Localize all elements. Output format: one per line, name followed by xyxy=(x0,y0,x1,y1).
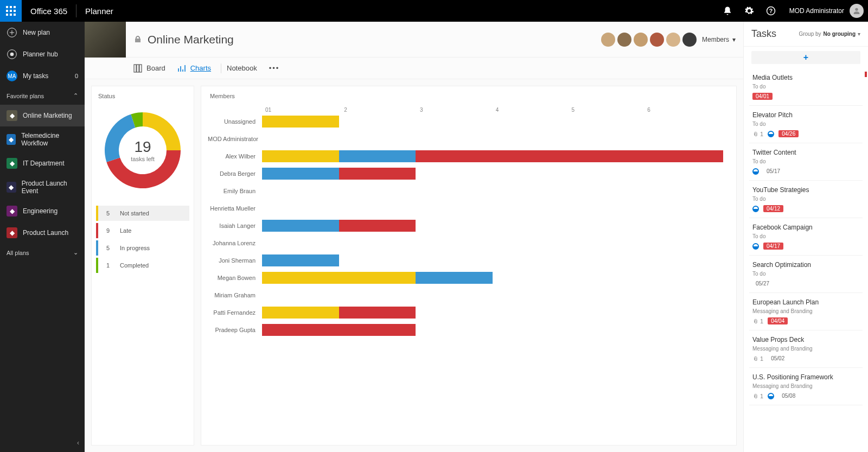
task-card[interactable]: Twitter ContentTo do05/17 xyxy=(749,143,863,181)
settings-button[interactable] xyxy=(738,0,760,22)
legend-row-late[interactable]: 9Late xyxy=(96,223,189,238)
bar[interactable] xyxy=(262,150,723,162)
my-tasks-button[interactable]: MA My tasks 0 xyxy=(0,65,85,87)
task-card[interactable]: Search OptimizationTo do05/27 xyxy=(749,256,863,293)
task-list[interactable]: Media OutletsTo do04/01Elevator PitchTo … xyxy=(744,66,868,452)
tab-notebook[interactable]: Notebook xyxy=(227,64,257,72)
task-bucket: Messaging and Branding xyxy=(752,346,859,352)
bar[interactable] xyxy=(262,307,723,319)
bar-segment-in-progress[interactable] xyxy=(262,168,339,180)
caret-down-icon: ▾ xyxy=(858,31,860,37)
bar-segment-not-started[interactable] xyxy=(262,116,339,128)
sidebar-item-product-launch-event[interactable]: ◆Product Launch Event xyxy=(0,174,85,200)
bar-segment-late[interactable] xyxy=(262,324,416,336)
bar-segment-late[interactable] xyxy=(416,150,723,162)
svg-rect-19 xyxy=(139,65,142,72)
bar-segment-in-progress[interactable] xyxy=(262,220,339,232)
legend-row-not-started[interactable]: 5Not started xyxy=(96,206,189,221)
bar-segment-in-progress[interactable] xyxy=(262,254,339,266)
new-plan-button[interactable]: New plan xyxy=(0,22,85,43)
sidebar-item-engineering[interactable]: ◆Engineering xyxy=(0,200,85,222)
task-card[interactable]: Value Props DeckMessaging and Branding📎︎… xyxy=(749,330,863,368)
add-task-button[interactable]: + xyxy=(751,51,860,64)
members-title: Members xyxy=(208,93,723,99)
task-card[interactable]: Facebook CampaignTo do04/17 xyxy=(749,218,863,256)
bar[interactable] xyxy=(262,202,723,214)
member-avatars[interactable] xyxy=(601,33,697,47)
planner-hub-button[interactable]: Planner hub xyxy=(0,43,85,65)
legend-label: Late xyxy=(120,227,131,234)
bar[interactable] xyxy=(262,272,723,284)
tick-label: 5 xyxy=(572,107,648,113)
bar-label: Emily Braun xyxy=(208,188,262,194)
all-plans-section-header[interactable]: All plans ⌄ xyxy=(0,244,85,262)
group-by-dropdown[interactable]: Group by No grouping ▾ xyxy=(799,31,860,37)
bar-segment-not-started[interactable] xyxy=(262,150,339,162)
members-dropdown[interactable]: Members ▾ xyxy=(702,36,736,43)
help-button[interactable]: ? xyxy=(760,0,782,22)
sidebar-item-label: IT Department xyxy=(23,160,64,167)
sidebar-item-it-department[interactable]: ◆IT Department xyxy=(0,152,85,174)
task-meta: 📎︎ 104/04 xyxy=(752,317,859,324)
sidebar-item-telemedicine-workflow[interactable]: ◆Telemedicine Workflow xyxy=(0,126,85,152)
sidebar-item-online-marketing[interactable]: ◆Online Marketing xyxy=(0,105,85,126)
bar[interactable] xyxy=(262,289,723,301)
task-card[interactable]: YouTube StrategiesTo do04/12 xyxy=(749,181,863,218)
member-avatar[interactable] xyxy=(650,33,664,47)
task-card[interactable]: Elevator PitchTo do📎︎ 104/26 xyxy=(749,106,863,143)
sidebar-item-product-launch[interactable]: ◆Product Launch xyxy=(0,222,85,244)
bar[interactable] xyxy=(262,133,723,145)
bar-label: Joni Sherman xyxy=(208,257,262,264)
tab-charts[interactable]: Charts xyxy=(177,64,211,73)
legend-row-in-progress[interactable]: 5In progress xyxy=(96,240,189,256)
task-meta: 📎︎ 105/08 xyxy=(752,392,859,399)
bar[interactable] xyxy=(262,324,723,336)
my-tasks-label: My tasks xyxy=(23,72,48,80)
bar[interactable] xyxy=(262,237,723,249)
bar-segment-not-started[interactable] xyxy=(262,272,416,284)
bar[interactable] xyxy=(262,220,723,232)
member-avatar[interactable] xyxy=(617,33,631,47)
bar-row: MOD Administrator xyxy=(208,130,723,148)
collapse-nav-button[interactable]: ‹ xyxy=(77,439,79,447)
tasks-header: Tasks Group by No grouping ▾ xyxy=(744,22,868,47)
donut-total: 19 xyxy=(134,138,151,156)
x-axis-ticks: 0123456 xyxy=(265,107,723,113)
bar-segment-late[interactable] xyxy=(339,307,416,319)
members-label: Members xyxy=(702,36,729,43)
tab-charts-label: Charts xyxy=(190,64,211,72)
member-avatar[interactable] xyxy=(601,33,615,47)
bar-row: Alex Wilber xyxy=(208,148,723,165)
all-plans-label: All plans xyxy=(7,250,29,256)
status-donut-chart[interactable]: 19 tasks left xyxy=(99,107,186,194)
task-card[interactable]: U.S. Positioning FrameworkMessaging and … xyxy=(749,368,863,405)
bar-segment-not-started[interactable] xyxy=(262,307,339,319)
progress-icon xyxy=(752,243,759,250)
bar-segment-in-progress[interactable] xyxy=(416,272,493,284)
bar[interactable] xyxy=(262,185,723,197)
task-card[interactable]: European Launch PlanMessaging and Brandi… xyxy=(749,293,863,330)
app-name-label[interactable]: Planner xyxy=(76,7,122,16)
bar-row: Debra Berger xyxy=(208,165,723,182)
overflow-menu[interactable]: ••• xyxy=(269,64,280,72)
brand-label[interactable]: Office 365 xyxy=(22,7,76,16)
app-launcher-button[interactable] xyxy=(0,0,22,22)
member-avatar[interactable] xyxy=(682,33,697,47)
notifications-button[interactable] xyxy=(717,0,738,22)
bar[interactable] xyxy=(262,168,723,180)
task-card[interactable]: Media OutletsTo do04/01 xyxy=(749,68,863,106)
bar[interactable] xyxy=(262,254,723,266)
user-menu[interactable]: MOD Administrator xyxy=(782,4,868,18)
tab-board[interactable]: Board xyxy=(133,64,165,73)
caret-down-icon: ▾ xyxy=(732,36,736,43)
bar[interactable] xyxy=(262,116,723,128)
member-avatar[interactable] xyxy=(634,33,648,47)
legend-row-completed[interactable]: 1Completed xyxy=(96,258,189,273)
member-avatar[interactable] xyxy=(666,33,680,47)
task-bucket: To do xyxy=(752,196,859,202)
bar-segment-late[interactable] xyxy=(339,220,416,232)
bar-segment-late[interactable] xyxy=(339,168,416,180)
bar-segment-in-progress[interactable] xyxy=(339,150,416,162)
favorites-section-header[interactable]: Favorite plans ⌃ xyxy=(0,87,85,105)
svg-text:?: ? xyxy=(769,8,772,14)
